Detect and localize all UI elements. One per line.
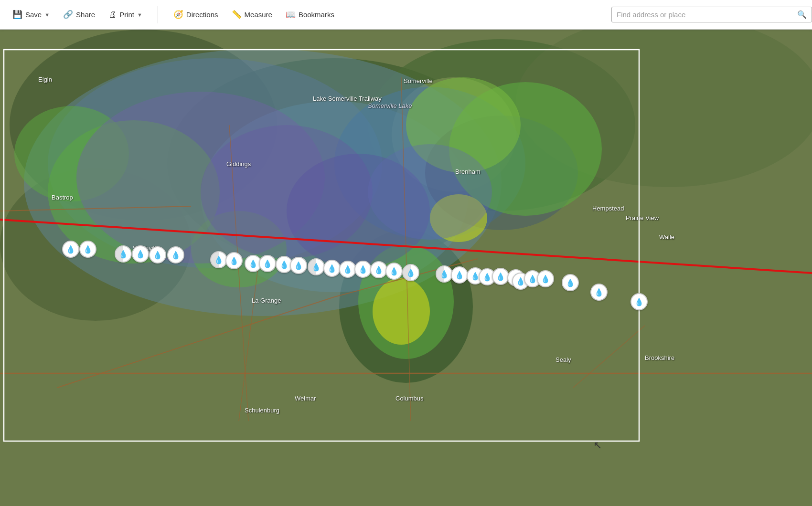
toolbar-separator bbox=[158, 6, 158, 23]
rain-marker-12: 💧 bbox=[308, 258, 325, 275]
print-icon: 🖨 bbox=[108, 10, 117, 20]
rain-marker-13: 💧 bbox=[323, 260, 341, 277]
print-button[interactable]: 🖨 Print ▼ bbox=[103, 7, 148, 23]
search-input[interactable] bbox=[617, 11, 797, 19]
print-caret: ▼ bbox=[137, 12, 142, 18]
map-container[interactable]: ElginSomervilleLake Somerville TrailwayS… bbox=[0, 30, 812, 506]
measure-icon: 📏 bbox=[232, 10, 242, 20]
save-caret: ▼ bbox=[44, 12, 50, 18]
rain-marker-1: 💧 bbox=[79, 241, 96, 258]
rain-marker-0: 💧 bbox=[62, 241, 79, 258]
directions-icon: 🧭 bbox=[173, 10, 183, 20]
share-button[interactable]: 🔗 Share bbox=[57, 6, 101, 23]
rain-marker-27: 💧 bbox=[537, 270, 554, 287]
rain-marker-17: 💧 bbox=[385, 263, 403, 280]
measure-button[interactable]: 📏 Measure bbox=[226, 6, 278, 23]
directions-label: Directions bbox=[186, 11, 218, 19]
share-label: Share bbox=[76, 11, 95, 19]
rain-marker-3: 💧 bbox=[132, 245, 149, 263]
rain-marker-9: 💧 bbox=[259, 255, 276, 272]
measure-label: Measure bbox=[245, 11, 272, 19]
save-label: Save bbox=[25, 11, 42, 19]
print-label: Print bbox=[119, 11, 134, 19]
save-button[interactable]: 💾 Save ▼ bbox=[7, 6, 55, 23]
bookmarks-icon: 📖 bbox=[286, 10, 296, 20]
svg-point-19 bbox=[373, 278, 430, 345]
save-icon: 💾 bbox=[12, 10, 22, 20]
bookmarks-button[interactable]: 📖 Bookmarks bbox=[280, 6, 340, 23]
rain-marker-7: 💧 bbox=[225, 252, 243, 269]
rain-marker-11: 💧 bbox=[290, 257, 307, 274]
rain-marker-23: 💧 bbox=[492, 268, 509, 285]
rain-marker-5: 💧 bbox=[167, 246, 184, 264]
rain-marker-4: 💧 bbox=[149, 246, 166, 264]
svg-point-24 bbox=[368, 144, 492, 240]
toolbar: 💾 Save ▼ 🔗 Share 🖨 Print ▼ 🧭 Directions … bbox=[0, 0, 812, 30]
rain-marker-30: 💧 bbox=[630, 293, 648, 310]
rain-marker-14: 💧 bbox=[339, 261, 356, 278]
directions-button[interactable]: 🧭 Directions bbox=[168, 6, 224, 23]
rain-marker-6: 💧 bbox=[210, 251, 227, 268]
rain-marker-16: 💧 bbox=[370, 261, 387, 278]
rain-marker-18: 💧 bbox=[402, 264, 419, 281]
search-box[interactable]: 🔍 bbox=[611, 7, 812, 22]
rain-marker-15: 💧 bbox=[354, 261, 372, 278]
rain-marker-19: 💧 bbox=[436, 265, 453, 283]
rain-marker-2: 💧 bbox=[115, 245, 132, 263]
rain-marker-28: 💧 bbox=[562, 274, 579, 291]
rain-marker-29: 💧 bbox=[590, 284, 608, 301]
bookmarks-label: Bookmarks bbox=[299, 11, 334, 19]
share-icon: 🔗 bbox=[63, 10, 73, 20]
rain-marker-20: 💧 bbox=[451, 266, 468, 284]
search-icon: 🔍 bbox=[797, 10, 807, 19]
